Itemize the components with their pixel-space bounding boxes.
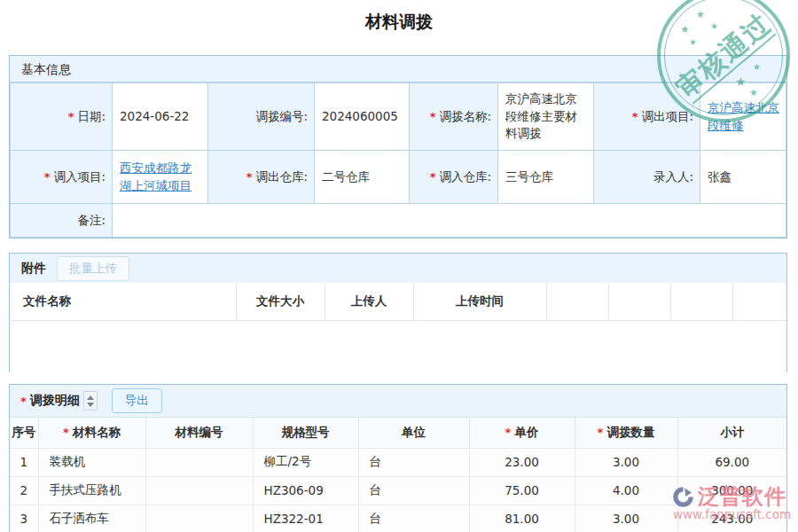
in-project-label: 调入项目: <box>53 169 106 184</box>
transfer-name-value: 京沪高速北京段维修主要材料调拨 <box>498 83 594 151</box>
recorder-label-cell: 录入人: <box>594 151 700 204</box>
required-marker <box>632 109 642 123</box>
table-cell: 75.00 <box>469 476 575 505</box>
table-cell: 台 <box>358 505 469 532</box>
attachments-section: 附件 批量上传 文件名称文件大小上传人上传时间 <box>9 253 787 372</box>
table-cell: 台 <box>358 476 469 505</box>
table-cell: HZ322-01 <box>253 505 358 532</box>
required-marker <box>20 394 30 408</box>
basic-info-table: 日期: 2024-06-22 调拨编号: 2024060005 调拨名称: 京沪… <box>10 82 786 238</box>
table-cell: 243.00 <box>677 505 786 532</box>
table-cell: 手扶式压路机 <box>38 476 145 505</box>
attachment-column-empty <box>732 283 786 320</box>
attachment-column-empty <box>608 283 670 320</box>
details-column-header: 单位 <box>358 418 469 448</box>
required-marker <box>430 109 440 123</box>
transfer-name-label-cell: 调拨名称: <box>410 83 498 151</box>
details-column-header: 小计 <box>677 418 786 448</box>
required-marker <box>246 169 256 184</box>
table-cell: 3 <box>10 505 38 532</box>
table-cell: 81.00 <box>469 505 575 532</box>
date-label: 日期: <box>77 109 106 123</box>
export-button[interactable]: 导出 <box>112 388 162 413</box>
attachment-column-header: 上传人 <box>325 283 413 320</box>
table-cell: 4.00 <box>575 476 677 505</box>
remark-value <box>113 204 786 238</box>
table-cell: 23.00 <box>469 448 575 476</box>
attachments-header-row: 文件名称文件大小上传人上传时间 <box>10 283 786 320</box>
attachments-empty-body <box>10 320 786 372</box>
transfer-name-label: 调拨名称: <box>439 109 491 123</box>
attachment-column-header: 文件大小 <box>236 283 325 320</box>
table-cell: 台 <box>358 448 469 476</box>
table-cell: 3.00 <box>575 505 677 532</box>
out-project-label-cell: 调出项目: <box>594 83 700 151</box>
basic-info-section: 基本信息 日期: 2024-06-22 调拨编号: 2024060005 调拨名… <box>9 55 787 239</box>
table-cell: 2 <box>10 476 38 505</box>
transfer-no-value: 2024060005 <box>315 83 410 151</box>
details-toolbar: 调拨明细 导出 <box>10 385 786 418</box>
details-column-header: 调拨数量 <box>575 418 677 448</box>
spinner-down-icon[interactable] <box>87 403 94 407</box>
details-column-header: 序号 <box>10 418 38 448</box>
required-marker <box>598 425 607 439</box>
out-project-value-cell: 京沪高速北京段维修 <box>700 83 786 151</box>
table-cell <box>145 505 253 532</box>
details-column-header: 规格型号 <box>253 418 358 448</box>
spinner-up-icon[interactable] <box>87 395 94 400</box>
required-marker <box>44 169 54 184</box>
required-marker <box>505 425 515 439</box>
table-cell: 装载机 <box>38 448 145 476</box>
table-row[interactable]: 3石子洒布车HZ322-01台81.003.00243.00 <box>10 505 786 532</box>
details-table: 序号材料名称材料编号规格型号单位单价调拨数量小计 1装载机柳工/2号台23.00… <box>10 418 786 532</box>
remark-label-cell: 备注: <box>11 204 113 238</box>
table-cell: 69.00 <box>677 448 786 476</box>
required-marker <box>430 169 440 184</box>
remark-label: 备注: <box>77 213 106 227</box>
in-warehouse-value: 三号仓库 <box>498 151 594 204</box>
attachments-header: 附件 批量上传 <box>10 254 786 283</box>
date-label-cell: 日期: <box>11 83 113 151</box>
attachments-table: 文件名称文件大小上传人上传时间 <box>10 283 786 372</box>
table-cell <box>145 476 253 505</box>
out-warehouse-value: 二号仓库 <box>315 151 410 204</box>
attachment-column-header: 文件名称 <box>10 283 236 320</box>
table-cell: 300.00 <box>677 476 786 505</box>
table-cell: 3.00 <box>575 448 677 476</box>
batch-upload-button[interactable]: 批量上传 <box>57 256 129 281</box>
transfer-no-label: 调拨编号: <box>255 109 308 123</box>
attachment-column-header: 上传时间 <box>413 283 546 320</box>
date-value: 2024-06-22 <box>113 83 208 151</box>
in-project-link[interactable]: 西安成都路龙湖上河城项目 <box>120 160 192 192</box>
details-section: 调拨明细 导出 序号材料名称材料编号规格型号单位单价调拨数量小计 1装载机柳工/… <box>9 384 787 532</box>
details-header-row: 序号材料名称材料编号规格型号单位单价调拨数量小计 <box>10 418 786 448</box>
out-project-link[interactable]: 京沪高速北京段维修 <box>708 100 779 132</box>
sort-spinner[interactable] <box>83 391 98 411</box>
details-column-header: 材料名称 <box>38 418 145 448</box>
in-warehouse-label-cell: 调入仓库: <box>410 151 498 204</box>
table-row[interactable]: 1装载机柳工/2号台23.003.0069.00 <box>10 448 786 476</box>
details-column-header: 单价 <box>469 418 575 448</box>
details-column-header: 材料编号 <box>145 418 253 448</box>
table-cell: 柳工/2号 <box>253 448 358 476</box>
out-warehouse-label-cell: 调出仓库: <box>208 151 315 204</box>
attachment-column-empty <box>546 283 608 320</box>
recorder-value: 张鑫 <box>700 151 786 204</box>
transfer-no-label-cell: 调拨编号: <box>208 83 315 151</box>
page-title: 材料调拨 <box>0 11 798 34</box>
in-project-value-cell: 西安成都路龙湖上河城项目 <box>113 151 208 204</box>
details-title: 调拨明细 <box>30 393 80 409</box>
out-warehouse-label: 调出仓库: <box>255 169 308 184</box>
out-project-label: 调出项目: <box>641 109 693 123</box>
star-icon: ★ <box>689 37 697 47</box>
table-cell <box>145 448 253 476</box>
attachment-column-empty <box>670 283 732 320</box>
attachments-title: 附件 <box>21 261 46 277</box>
required-marker <box>68 109 78 123</box>
recorder-label: 录入人: <box>653 169 693 184</box>
table-cell: 石子洒布车 <box>38 505 145 532</box>
table-cell: 1 <box>10 448 38 476</box>
in-warehouse-label: 调入仓库: <box>439 169 491 184</box>
table-row[interactable]: 2手扶式压路机HZ306-09台75.004.00300.00 <box>10 476 786 505</box>
basic-info-header: 基本信息 <box>10 56 786 82</box>
